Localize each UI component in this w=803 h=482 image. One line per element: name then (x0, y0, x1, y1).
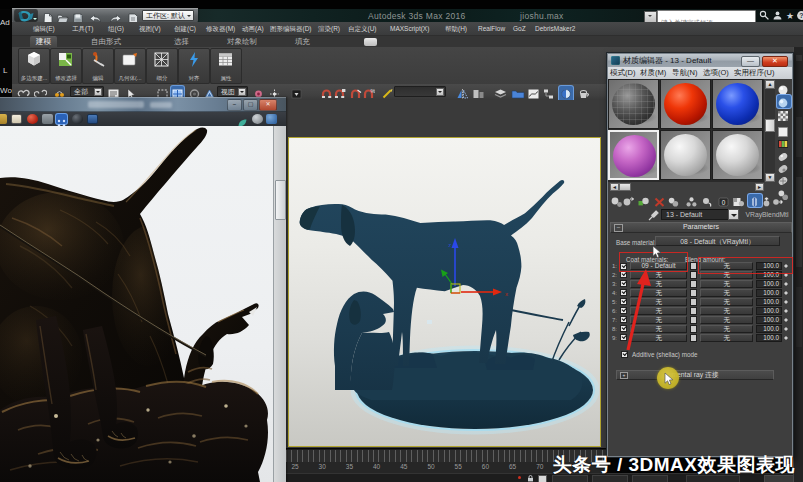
leaf-icon[interactable] (237, 114, 248, 124)
ribbon-group-modify-selection[interactable]: 修改选择 (50, 48, 82, 84)
grid-selected-icon[interactable] (56, 114, 67, 124)
sample-slot-3[interactable] (712, 79, 763, 129)
ribbon-tab-2[interactable]: 自由形式 (85, 36, 127, 47)
slots-vscrollbar[interactable]: ▲ ▼ (765, 80, 775, 182)
select-by-material-icon[interactable] (777, 173, 791, 186)
ribbon-group-subdivide-lattice[interactable]: 细分 (146, 48, 178, 84)
mental-ray-rollout[interactable]: + mental ray 连接 (616, 370, 774, 380)
sample-slot-6[interactable] (712, 130, 763, 180)
minimize-button[interactable]: — (741, 56, 760, 67)
selection-filter-dropdown[interactable]: 全部 (70, 86, 104, 97)
close-button[interactable]: ✕ (762, 56, 788, 67)
make-copy-icon[interactable] (667, 194, 681, 207)
show-in-viewport-icon[interactable] (732, 194, 746, 207)
menu-9[interactable]: 渲染(R) (318, 23, 340, 35)
blend-color-swatch[interactable] (690, 316, 697, 324)
menu-3[interactable]: 组(G) (108, 23, 124, 35)
redo-button[interactable] (108, 10, 123, 21)
blend-map-button[interactable]: 无 (700, 298, 753, 306)
hscrollbar-thumb[interactable] (619, 183, 631, 191)
chevron-down-icon[interactable] (436, 88, 444, 96)
sample-slot-2[interactable] (660, 79, 711, 129)
blend-amount-field[interactable]: 100.0 (756, 316, 782, 324)
scroll-down-icon[interactable]: ▼ (765, 173, 775, 182)
minimize-button[interactable]: – (227, 99, 242, 111)
blue-circle-icon[interactable] (266, 114, 277, 124)
help-icon[interactable]: ? (795, 10, 803, 22)
dark-sphere-icon[interactable] (72, 114, 83, 124)
screen-icon[interactable] (87, 114, 98, 124)
ribbon-group-align-bolt[interactable]: 对齐 (178, 48, 210, 84)
project-folder-button[interactable] (128, 10, 139, 21)
menu-4[interactable]: 视图(V) (139, 23, 161, 35)
blend-color-swatch[interactable] (690, 271, 697, 279)
clipboard-icon[interactable] (11, 114, 22, 124)
put-to-scene-icon[interactable] (622, 194, 636, 207)
background-checker-icon[interactable] (777, 108, 791, 121)
ribbon-config-icon[interactable] (364, 38, 377, 46)
ribbon-tab-1[interactable]: 建模 (30, 36, 57, 47)
amount-spinner[interactable] (783, 298, 789, 306)
menu-14[interactable]: GoZ (513, 23, 526, 35)
expand-icon[interactable]: + (620, 372, 628, 379)
blend-amount-field[interactable]: 100.0 (756, 289, 782, 297)
gray-circle-icon[interactable] (252, 114, 263, 124)
me-menu-2[interactable]: 材质(M) (640, 67, 666, 79)
me-menu-3[interactable]: 导航(N) (672, 67, 697, 79)
viewport-safe-frame[interactable]: x z (288, 137, 601, 447)
sample-type-icon[interactable] (777, 82, 791, 95)
search-icon[interactable] (758, 10, 770, 22)
make-unique-icon[interactable] (685, 194, 699, 207)
blend-color-swatch[interactable] (690, 262, 697, 270)
sample-slot-4[interactable] (608, 130, 659, 180)
amount-spinner[interactable] (783, 325, 789, 333)
menu-15[interactable]: DebrisMaker2 (535, 23, 575, 35)
toolbar-icon[interactable] (0, 114, 7, 124)
blend-color-swatch[interactable] (690, 298, 697, 306)
dropdown-button[interactable] (728, 209, 739, 220)
pick-material-eyedropper-icon[interactable] (648, 210, 659, 221)
go-forward-sibling-icon[interactable] (771, 194, 785, 207)
menu-13[interactable]: RealFlow (478, 23, 505, 35)
scroll-right-icon[interactable]: ► (755, 183, 764, 191)
photo-scrollbar[interactable] (273, 126, 286, 482)
blend-color-swatch[interactable] (690, 280, 697, 288)
save-file-button[interactable] (73, 10, 83, 21)
backlight-icon[interactable] (777, 95, 791, 108)
new-scene-button[interactable] (43, 10, 53, 21)
workspace-dropdown[interactable]: 工作区: 默认 (142, 10, 194, 21)
named-selection-sets-dropdown[interactable] (394, 86, 446, 97)
menu-7[interactable]: 动画(A) (242, 23, 264, 35)
blend-map-button[interactable]: 无 (700, 280, 753, 288)
sample-slot-5[interactable] (660, 130, 711, 180)
me-menu-1[interactable]: 模式(D) (610, 67, 635, 79)
reset-map-icon[interactable] (653, 194, 667, 207)
sample-slot-1[interactable] (608, 79, 659, 129)
ribbon-tab-3[interactable]: 选择 (168, 36, 195, 47)
menu-2[interactable]: 工具(T) (72, 23, 93, 35)
blend-color-swatch[interactable] (690, 334, 697, 342)
ribbon-group-poly-cube[interactable]: 多边形建... (18, 48, 50, 84)
blend-map-button[interactable]: 无 (700, 316, 753, 324)
amount-spinner[interactable] (783, 280, 789, 288)
blend-map-button[interactable]: 无 (700, 289, 753, 297)
menu-8[interactable]: 图形编辑器(D) (270, 23, 312, 35)
rollout-header[interactable]: – Parameters (610, 222, 792, 233)
ribbon-tab-4[interactable]: 对象绘制 (221, 36, 263, 47)
amount-spinner[interactable] (783, 307, 789, 315)
scroll-up-icon[interactable]: ▲ (765, 80, 775, 89)
blend-color-swatch[interactable] (690, 289, 697, 297)
scrollbar-thumb[interactable] (275, 180, 286, 220)
menu-12[interactable]: 帮助(H) (445, 23, 467, 35)
maximize-button[interactable]: ▢ (243, 99, 258, 111)
assign-to-selection-icon[interactable] (637, 194, 651, 207)
blend-map-button[interactable]: 无 (700, 307, 753, 315)
amount-spinner[interactable] (783, 289, 789, 297)
blend-amount-field[interactable]: 100.0 (756, 298, 782, 306)
amount-spinner[interactable] (783, 316, 789, 324)
blend-color-swatch[interactable] (690, 325, 697, 333)
base-material-button[interactable]: 08 - Default（VRayMtl） (655, 236, 780, 246)
chevron-down-icon[interactable] (238, 88, 246, 96)
scrollbar-thumb[interactable] (765, 119, 775, 132)
blend-amount-field[interactable]: 100.0 (756, 325, 782, 333)
